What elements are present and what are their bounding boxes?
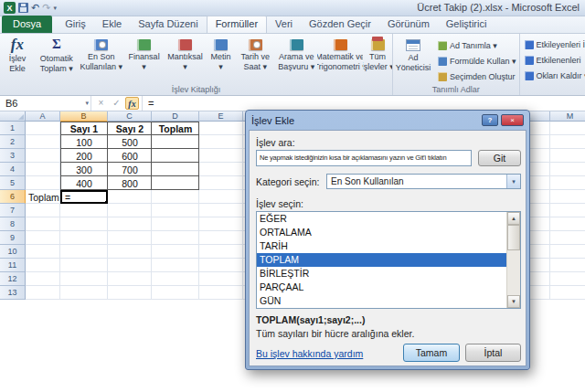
name-box-dropdown-icon[interactable]: ▾ [85, 100, 89, 107]
cell-D7[interactable] [152, 204, 199, 217]
cell-E3[interactable] [199, 149, 243, 163]
cell-M8[interactable] [550, 217, 585, 231]
cell-C8[interactable] [108, 217, 152, 231]
cell-C5-content[interactable]: 800 [108, 176, 152, 190]
cell-M7[interactable] [550, 204, 585, 217]
scrollbar-thumb[interactable] [507, 225, 520, 250]
function-list-scrollbar[interactable]: ▲ ▼ [506, 212, 520, 308]
column-header-m[interactable]: M [550, 111, 585, 122]
cell-B12[interactable] [60, 272, 108, 286]
tab-sayfa-düzeni[interactable]: Sayfa Düzeni [130, 16, 206, 33]
cell-D13[interactable] [152, 286, 199, 300]
formula-input[interactable]: = [143, 96, 585, 111]
category-dropdown-icon[interactable]: ▾ [506, 175, 520, 188]
cell-C2-content[interactable]: 500 [108, 135, 152, 149]
cell-B5-content[interactable]: 400 [60, 176, 108, 190]
math-trig-button[interactable]: Matematik veTrigonometri ▾ [317, 35, 363, 83]
category-dropdown[interactable]: En Son Kullanılan ▾ [326, 174, 521, 189]
name-box[interactable]: B6 ▾ [0, 96, 91, 111]
function-item-tari̇h[interactable]: TARİH [257, 239, 506, 253]
row-header-9[interactable]: 9 [0, 231, 26, 245]
tab-geliştirici[interactable]: Geliştirici [438, 16, 495, 33]
save-icon[interactable] [18, 3, 28, 13]
name-manager-button[interactable]: Ad Yöneticisi [393, 35, 433, 83]
cell-E2[interactable] [199, 135, 243, 149]
row-header-11[interactable]: 11 [0, 259, 26, 272]
cell-B4-content[interactable]: 300 [60, 163, 108, 176]
cancel-button[interactable]: İptal [465, 344, 521, 362]
cell-C12[interactable] [108, 272, 152, 286]
function-search-input[interactable]: Ne yapmak istediğinizin kısa bir açıklam… [256, 150, 472, 166]
cell-E4[interactable] [199, 163, 243, 176]
cell-C7[interactable] [108, 204, 152, 217]
ok-button[interactable]: Tamam [403, 344, 460, 362]
tab-veri[interactable]: Veri [267, 16, 301, 33]
cell-B11[interactable] [60, 259, 108, 272]
tab-giriş[interactable]: Giriş [57, 16, 94, 33]
cell-D3[interactable] [152, 149, 199, 163]
cell-A4[interactable] [26, 163, 60, 176]
cell-B9[interactable] [60, 231, 108, 245]
date-time-button[interactable]: Tarih veSaat ▾ [235, 35, 275, 83]
cell-C3-content[interactable]: 600 [108, 149, 152, 163]
cell-A5[interactable] [26, 176, 60, 190]
cell-C9[interactable] [108, 231, 152, 245]
cell-M6[interactable] [550, 190, 585, 204]
cell-A7[interactable] [26, 204, 60, 217]
cell-B7[interactable] [60, 204, 108, 217]
cell-B2-content[interactable]: 100 [60, 135, 108, 149]
cell-M11[interactable] [550, 259, 585, 272]
cell-B8[interactable] [60, 217, 108, 231]
insert-function-button[interactable]: fxİşlevEkle [0, 35, 35, 83]
enter-entry-icon[interactable]: ✓ [110, 97, 123, 110]
cell-A11[interactable] [26, 259, 60, 272]
tab-dosya[interactable]: Dosya [2, 16, 52, 33]
cell-A6-content[interactable]: Toplam [26, 190, 60, 204]
tab-görünüm[interactable]: Görünüm [379, 16, 438, 33]
tab-formüller[interactable]: Formüller [207, 16, 267, 33]
cell-M5[interactable] [550, 176, 585, 190]
cell-D5[interactable] [152, 176, 199, 190]
cell-M12[interactable] [550, 272, 585, 286]
more-functions-button[interactable]: Tümİşlevler ▾ [363, 35, 392, 83]
cell-A2[interactable] [26, 135, 60, 149]
trace-dependents-button[interactable]: Etkilenenleri [522, 52, 585, 68]
row-header-10[interactable]: 10 [0, 245, 26, 259]
go-button[interactable]: Git [478, 150, 521, 166]
cell-C11[interactable] [108, 259, 152, 272]
cell-D8[interactable] [152, 217, 199, 231]
function-item-bi̇rleşti̇r[interactable]: BİRLEŞTİR [257, 267, 506, 281]
cell-D1-content[interactable]: Toplam [152, 122, 199, 135]
row-header-4[interactable]: 4 [0, 163, 26, 176]
dialog-title-bar[interactable]: İşlev Ekle ? × [246, 111, 529, 130]
autosum-button[interactable]: ΣOtomatikToplam ▾ [35, 35, 79, 83]
cell-A10[interactable] [26, 245, 60, 259]
logical-button[interactable]: Mantıksal ▾ [165, 35, 207, 83]
cell-A8[interactable] [26, 217, 60, 231]
cell-M9[interactable] [550, 231, 585, 245]
column-header-c[interactable]: C [108, 111, 152, 122]
function-item-toplam[interactable]: TOPLAM [257, 253, 506, 267]
column-header-d[interactable]: D [152, 111, 199, 122]
cell-C6[interactable] [108, 190, 152, 204]
dialog-help-button[interactable]: ? [482, 114, 498, 126]
row-header-3[interactable]: 3 [0, 149, 26, 163]
cell-A13[interactable] [26, 286, 60, 300]
cell-A12[interactable] [26, 272, 60, 286]
text-button[interactable]: Metin ▾ [206, 35, 235, 83]
cell-D6[interactable] [152, 190, 199, 204]
financial-button[interactable]: Finansal ▾ [124, 35, 165, 83]
cell-E8[interactable] [199, 217, 243, 231]
function-item-parçaal[interactable]: PARÇAAL [257, 281, 506, 294]
cell-D12[interactable] [152, 272, 199, 286]
function-item-ortalama[interactable]: ORTALAMA [257, 226, 506, 239]
cell-A1[interactable] [26, 122, 60, 135]
cell-D4[interactable] [152, 163, 199, 176]
cell-C10[interactable] [108, 245, 152, 259]
select-all-corner[interactable] [0, 111, 26, 122]
cell-D2[interactable] [152, 135, 199, 149]
cell-M1[interactable] [550, 122, 585, 135]
cell-M2[interactable] [550, 135, 585, 149]
column-header-b[interactable]: B [60, 111, 108, 122]
row-header-8[interactable]: 8 [0, 217, 26, 231]
